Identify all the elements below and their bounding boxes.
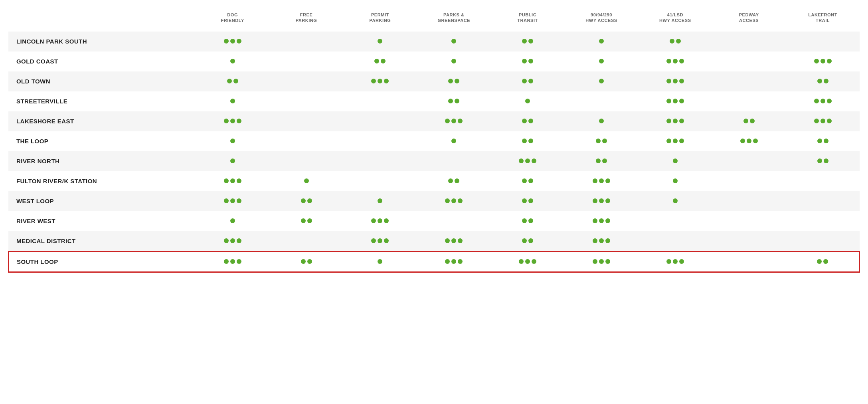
dot	[673, 99, 678, 103]
column-header-hwy_90: 90/94/290HWY ACCESS	[565, 8, 639, 32]
data-cell-lakefront	[786, 131, 860, 151]
dot	[817, 139, 822, 143]
dot	[673, 259, 678, 264]
dot	[519, 259, 524, 264]
dots-group	[596, 158, 607, 163]
dot	[593, 259, 597, 264]
dots-group	[445, 238, 463, 243]
dot	[230, 39, 235, 44]
data-cell-dog_friendly	[196, 51, 269, 71]
neighborhood-label: RIVER NORTH	[8, 151, 196, 171]
dot	[666, 79, 671, 83]
data-cell-free_parking	[269, 91, 343, 111]
data-cell-public_transit	[491, 191, 565, 211]
dot	[522, 238, 527, 243]
dots-group	[445, 259, 463, 264]
table-row: RIVER WEST	[8, 211, 860, 231]
dots-group	[673, 198, 678, 203]
dot	[528, 139, 533, 143]
dot	[224, 119, 229, 123]
comparison-table: DOGFRIENDLYFREEPARKINGPERMITPARKINGPARKS…	[8, 8, 860, 273]
neighborhood-label: LAKESHORE EAST	[8, 111, 196, 131]
data-cell-permit_parking	[343, 51, 417, 71]
dot	[301, 218, 306, 223]
table-row: GOLD COAST	[8, 51, 860, 71]
dot	[451, 39, 456, 44]
data-cell-parks_greenspace	[417, 71, 491, 91]
dot	[224, 259, 229, 264]
dot	[605, 198, 610, 203]
data-cell-lakefront	[786, 111, 860, 131]
dots-group	[301, 198, 312, 203]
dots-group	[230, 99, 235, 103]
dot	[679, 79, 684, 83]
dot	[666, 139, 671, 143]
dots-group	[593, 178, 610, 183]
dot	[605, 178, 610, 183]
dots-group	[673, 178, 678, 183]
dot	[666, 99, 671, 103]
dot	[679, 119, 684, 123]
dots-group	[230, 158, 235, 163]
data-cell-lakefront	[786, 231, 860, 252]
dot	[371, 218, 376, 223]
data-cell-public_transit	[491, 111, 565, 131]
dot	[230, 178, 235, 183]
dot	[451, 59, 456, 63]
data-cell-parks_greenspace	[417, 252, 491, 272]
dot	[599, 218, 604, 223]
column-header-dog_friendly: DOGFRIENDLY	[196, 8, 269, 32]
dots-group	[599, 59, 604, 63]
table-row: LAKESHORE EAST	[8, 111, 860, 131]
data-cell-permit_parking	[343, 91, 417, 111]
dot	[224, 198, 229, 203]
column-header-pedway: PEDWAYACCESS	[712, 8, 786, 32]
dot	[230, 259, 235, 264]
dot	[301, 198, 306, 203]
dot	[596, 139, 601, 143]
dot	[593, 218, 597, 223]
dot	[528, 178, 533, 183]
dot	[679, 259, 684, 264]
dots-group	[593, 259, 610, 264]
table-row: WEST LOOP	[8, 191, 860, 211]
dots-group	[522, 238, 533, 243]
dots-group	[227, 79, 238, 83]
data-cell-lakefront	[786, 71, 860, 91]
dot	[371, 79, 376, 83]
dot	[673, 158, 678, 163]
data-cell-pedway	[712, 171, 786, 191]
dot	[384, 218, 389, 223]
neighborhood-label: FULTON RIVER/K STATION	[8, 171, 196, 191]
column-header-parks_greenspace: PARKS &GREENSPACE	[417, 8, 491, 32]
table-row: RIVER NORTH	[8, 151, 860, 171]
data-cell-hwy_90	[565, 231, 639, 252]
dot	[525, 158, 530, 163]
data-cell-free_parking	[269, 211, 343, 231]
data-cell-public_transit	[491, 71, 565, 91]
data-cell-hwy_90	[565, 171, 639, 191]
data-cell-dog_friendly	[196, 231, 269, 252]
data-cell-hwy_41	[638, 171, 712, 191]
data-cell-pedway	[712, 151, 786, 171]
dots-group	[666, 259, 684, 264]
dot	[824, 139, 828, 143]
data-cell-hwy_90	[565, 51, 639, 71]
data-cell-dog_friendly	[196, 71, 269, 91]
neighborhood-label: THE LOOP	[8, 131, 196, 151]
data-cell-free_parking	[269, 231, 343, 252]
dot	[378, 79, 382, 83]
dots-group	[448, 79, 459, 83]
dot	[605, 238, 610, 243]
dot	[528, 39, 533, 44]
dots-group	[666, 119, 684, 123]
dot	[528, 119, 533, 123]
data-cell-lakefront	[786, 191, 860, 211]
data-cell-hwy_90	[565, 131, 639, 151]
dot	[670, 39, 674, 44]
dot	[230, 59, 235, 63]
dot	[230, 158, 235, 163]
data-cell-pedway	[712, 191, 786, 211]
dot	[458, 238, 463, 243]
dots-group	[522, 59, 533, 63]
